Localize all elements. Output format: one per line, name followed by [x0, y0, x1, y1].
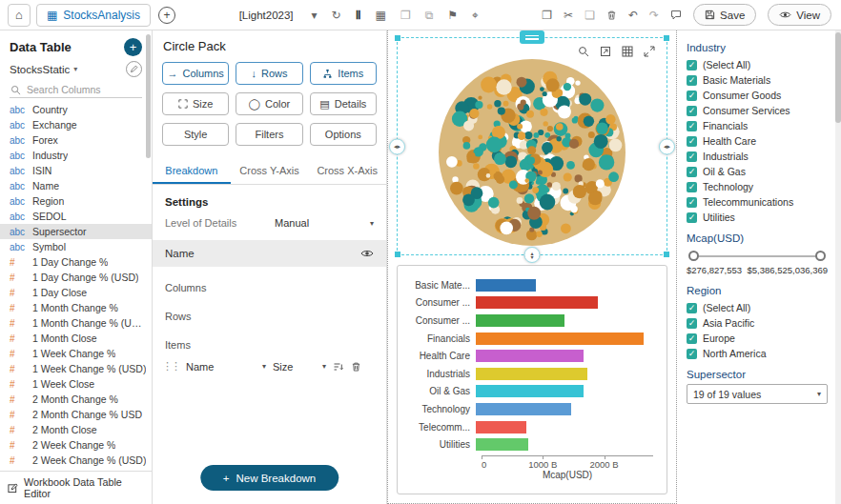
options-button[interactable]: Options [310, 123, 377, 146]
filter-checkbox-row[interactable]: ✓Asia Pacific [687, 315, 828, 331]
edit-datasource-button[interactable] [126, 61, 142, 77]
paste-icon[interactable]: ❏ [585, 9, 595, 22]
add-data-table-button[interactable]: + [124, 38, 142, 56]
bar-chart-widget[interactable]: Basic Mate...Consumer ...Consumer ...Fin… [397, 265, 667, 494]
redo-icon[interactable]: ↷ [649, 9, 659, 22]
pin-icon[interactable]: ⌖ [472, 9, 479, 22]
bar[interactable] [476, 421, 526, 433]
field-item[interactable]: #2 Week Change % (USD) [0, 453, 152, 468]
breakdown-name-bar[interactable]: Name [153, 240, 386, 267]
field-item[interactable]: abcIndustry [0, 148, 152, 163]
circle-pack-widget[interactable]: ◂▸ ◂▸ ▴▾ [397, 37, 667, 255]
filter-checkbox-row[interactable]: ✓Utilities [687, 210, 828, 225]
slider-max-handle[interactable] [815, 251, 826, 261]
bar[interactable] [476, 438, 528, 451]
table-view-icon[interactable] [622, 46, 633, 57]
field-item[interactable]: #2 Month Change % USD [0, 407, 152, 422]
details-button[interactable]: ▤ Details [310, 92, 377, 115]
bar[interactable] [476, 296, 598, 309]
checkbox-checked-icon[interactable]: ✓ [687, 333, 697, 344]
filter-checkbox-row[interactable]: ✓(Select All) [687, 57, 828, 72]
delete-breakdown-icon[interactable] [351, 361, 361, 373]
checkbox-checked-icon[interactable]: ✓ [687, 136, 697, 147]
zoom-icon[interactable] [578, 46, 589, 57]
field-item[interactable]: abcForex [0, 132, 152, 148]
field-item[interactable]: #2 Week Change % [0, 437, 152, 453]
expand-bottom-handle[interactable]: ▴▾ [524, 247, 541, 263]
bar[interactable] [476, 314, 564, 327]
copy-page-icon[interactable]: ⧉ [425, 9, 434, 22]
copy-icon[interactable]: ❐ [542, 9, 552, 22]
bar[interactable] [476, 279, 536, 292]
bar[interactable] [476, 385, 584, 397]
field-item[interactable]: abcSEDOL [0, 209, 152, 224]
datasource-name[interactable]: StocksStatic [10, 64, 70, 75]
size-button[interactable]: Size [162, 92, 229, 115]
bar[interactable] [476, 350, 584, 362]
chevron-down-icon[interactable]: ▾ [73, 65, 77, 73]
items-shelf-button[interactable]: Items [310, 62, 377, 85]
visibility-eye-icon[interactable] [360, 249, 374, 258]
expand-left-handle[interactable]: ◂▸ [389, 138, 405, 154]
rows-shelf-button[interactable]: ↓ Rows [236, 62, 302, 85]
tab-breakdown[interactable]: Breakdown [153, 157, 231, 184]
drag-handle-icon[interactable]: ⋮⋮ [162, 360, 179, 373]
undo-icon[interactable]: ↶ [628, 9, 638, 22]
resize-handle[interactable] [395, 35, 400, 41]
checkbox-checked-icon[interactable]: ✓ [687, 91, 697, 101]
field-item[interactable]: #1 Month Change % [0, 300, 152, 315]
item-field-select[interactable]: Name ▾ [186, 361, 266, 373]
search-columns-box[interactable] [10, 82, 142, 98]
filter-checkbox-row[interactable]: ✓Basic Materials [687, 72, 828, 88]
home-button[interactable]: ⌂ [8, 4, 31, 27]
field-item[interactable]: #1 Month Change % (USD) [0, 315, 152, 331]
checkbox-checked-icon[interactable]: ✓ [687, 349, 697, 359]
field-item[interactable]: abcISIN [0, 163, 152, 178]
field-item[interactable]: #1 Day Change % [0, 254, 152, 270]
filter-checkbox-row[interactable]: ✓(Select All) [687, 300, 828, 315]
add-workbook-button[interactable]: + [158, 7, 175, 24]
checkbox-checked-icon[interactable]: ✓ [687, 121, 697, 131]
checkbox-checked-icon[interactable]: ✓ [687, 197, 697, 208]
new-breakdown-button[interactable]: + New Breakdown [200, 465, 338, 491]
mcap-range-slider[interactable] [688, 250, 826, 263]
slider-min-handle[interactable] [688, 251, 699, 261]
checkbox-checked-icon[interactable]: ✓ [687, 151, 697, 162]
export-page-icon[interactable]: ❐ [400, 9, 411, 22]
tab-cross-x-axis[interactable]: Cross X-Axis [308, 157, 386, 184]
field-item[interactable]: abcExchange [0, 117, 152, 132]
resize-handle[interactable] [664, 35, 669, 41]
field-item[interactable]: #1 Week Change % [0, 346, 152, 361]
pause-icon[interactable]: Ⅱ [356, 9, 361, 22]
field-item[interactable]: #1 Week Close [0, 376, 152, 392]
field-item[interactable]: #1 Month Close [0, 331, 152, 346]
level-of-details-select[interactable]: Manual ▾ [275, 217, 374, 229]
filter-checkbox-row[interactable]: ✓Technology [687, 179, 828, 194]
filter-checkbox-row[interactable]: ✓Financials [687, 118, 828, 133]
refresh-icon[interactable]: ↻ [332, 9, 341, 22]
cut-icon[interactable]: ✂ [564, 9, 573, 22]
widget-move-handle[interactable] [520, 30, 544, 44]
checkbox-checked-icon[interactable]: ✓ [687, 318, 697, 329]
columns-shelf-button[interactable]: → Columns [162, 62, 229, 85]
filter-checkbox-row[interactable]: ✓Telecommunications [687, 194, 828, 210]
style-button[interactable]: Style [162, 123, 229, 146]
checkbox-checked-icon[interactable]: ✓ [687, 182, 697, 192]
expand-right-handle[interactable]: ◂▸ [659, 138, 675, 154]
filter-checkbox-row[interactable]: ✓Health Care [687, 133, 828, 149]
save-button[interactable]: Save [693, 4, 756, 26]
delete-icon[interactable] [606, 10, 617, 21]
fullscreen-icon[interactable] [644, 46, 655, 57]
field-item[interactable]: #2 Month Close [0, 422, 152, 437]
field-item[interactable]: abcSupersector [0, 224, 152, 239]
checkbox-checked-icon[interactable]: ✓ [687, 167, 697, 177]
filter-checkbox-row[interactable]: ✓Consumer Services [687, 103, 828, 118]
checkbox-checked-icon[interactable]: ✓ [687, 60, 697, 71]
bookmark-icon[interactable]: ⚑ [447, 9, 458, 22]
bar[interactable] [476, 403, 571, 415]
field-list-scrollbar[interactable] [146, 34, 151, 158]
field-item[interactable]: abcCountry [0, 102, 152, 117]
checkbox-checked-icon[interactable]: ✓ [687, 106, 697, 116]
filters-button[interactable]: Filters [236, 123, 302, 146]
search-columns-input[interactable] [27, 84, 133, 95]
